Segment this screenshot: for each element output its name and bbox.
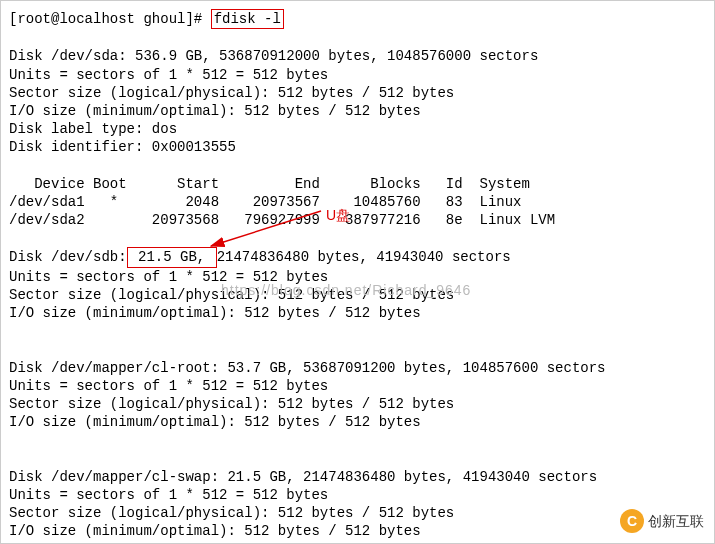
disk-clswap-header: Disk /dev/mapper/cl-swap: 21.5 GB, 21474… [9,469,597,485]
disk-clroot-header: Disk /dev/mapper/cl-root: 53.7 GB, 53687… [9,360,606,376]
disk-sda-label: Disk label type: dos [9,121,177,137]
disk-clroot-units: Units = sectors of 1 * 512 = 512 bytes [9,378,328,394]
partition-sda2: /dev/sda2 20973568 796927999 387977216 8… [9,212,555,228]
terminal-output: [root@localhost ghoul]# fdisk -l Disk /d… [9,9,706,540]
prompt: [root@localhost ghoul]# [9,11,211,27]
disk-sdb-io: I/O size (minimum/optimal): 512 bytes / … [9,305,421,321]
disk-sdb-size-highlighted: 21.5 GB, [127,247,217,267]
partition-sda1: /dev/sda1 * 2048 20973567 10485760 83 Li… [9,194,521,210]
disk-clswap-units: Units = sectors of 1 * 512 = 512 bytes [9,487,328,503]
disk-sda-id: Disk identifier: 0x00013555 [9,139,236,155]
logo-icon: C [620,509,644,533]
watermark: https://blog.csdn.net/Richard_9646 [221,281,471,299]
disk-clswap-io: I/O size (minimum/optimal): 512 bytes / … [9,523,421,539]
logo-text: 创新互联 [648,512,704,530]
disk-clroot-io: I/O size (minimum/optimal): 512 bytes / … [9,414,421,430]
disk-sda-units: Units = sectors of 1 * 512 = 512 bytes [9,67,328,83]
disk-sdb-suffix: 21474836480 bytes, 41943040 sectors [217,249,511,265]
disk-sdb-prefix: Disk /dev/sdb: [9,249,127,265]
brand-logo: C 创新互联 [620,509,704,533]
command-highlighted: fdisk -l [211,9,284,29]
disk-clswap-sector: Sector size (logical/physical): 512 byte… [9,505,454,521]
disk-sda-io: I/O size (minimum/optimal): 512 bytes / … [9,103,421,119]
partition-header: Device Boot Start End Blocks Id System [9,176,530,192]
disk-sda-sector: Sector size (logical/physical): 512 byte… [9,85,454,101]
disk-sda-header: Disk /dev/sda: 536.9 GB, 536870912000 by… [9,48,538,64]
usb-label: U盘 [326,206,350,224]
disk-clroot-sector: Sector size (logical/physical): 512 byte… [9,396,454,412]
